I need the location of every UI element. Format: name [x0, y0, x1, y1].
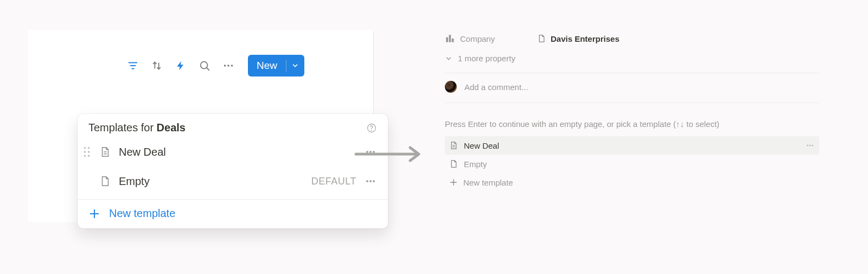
more-icon[interactable]	[221, 58, 236, 73]
template-option-label: Empty	[464, 160, 815, 169]
template-option-empty[interactable]: Empty	[445, 155, 819, 173]
svg-point-10	[84, 147, 86, 149]
svg-rect-27	[446, 37, 448, 42]
popover-title-prefix: Templates for	[88, 122, 157, 133]
empty-page-hint: Press Enter to continue with an empty pa…	[445, 119, 819, 129]
templates-panel: New Templates for Deals New Deal	[28, 30, 374, 222]
row-more-icon[interactable]	[805, 141, 815, 150]
more-properties-label: 1 more property	[458, 54, 515, 63]
filter-icon[interactable]	[125, 58, 141, 73]
template-picker: New Deal Empty New template	[445, 136, 819, 192]
chevron-down-icon	[445, 55, 452, 62]
help-icon[interactable]	[366, 123, 377, 133]
page-panel: Company Davis Enterprises 1 more propert…	[445, 30, 819, 192]
template-name: New Deal	[119, 146, 364, 158]
svg-point-13	[88, 151, 90, 153]
svg-point-7	[231, 65, 233, 67]
property-value[interactable]: Davis Enterprises	[537, 34, 620, 43]
svg-rect-29	[452, 39, 454, 42]
svg-point-33	[809, 145, 811, 146]
templates-popover: Templates for Deals New Deal Empty	[78, 114, 388, 228]
svg-point-9	[371, 130, 372, 131]
comment-placeholder: Add a comment...	[464, 82, 528, 92]
svg-point-12	[84, 151, 86, 153]
plus-icon	[449, 178, 458, 187]
view-toolbar: New	[125, 55, 304, 77]
property-key: Company	[445, 34, 537, 43]
new-template-label: New template	[463, 178, 815, 187]
new-button-label: New	[257, 60, 277, 72]
property-row-company[interactable]: Company Davis Enterprises	[445, 30, 819, 47]
popover-title-dbname: Deals	[157, 122, 186, 133]
svg-point-22	[369, 180, 372, 182]
search-icon[interactable]	[197, 58, 212, 73]
new-button-dropdown[interactable]	[286, 55, 304, 77]
page-icon	[449, 141, 458, 150]
more-properties-toggle[interactable]: 1 more property	[445, 54, 819, 63]
svg-point-6	[227, 65, 229, 67]
svg-point-11	[88, 147, 90, 149]
template-row-empty[interactable]: Empty DEFAULT	[78, 167, 388, 196]
property-key-label: Company	[460, 34, 495, 43]
drag-handle-icon[interactable]	[82, 146, 92, 157]
property-value-text: Davis Enterprises	[551, 34, 620, 43]
company-icon	[445, 34, 455, 43]
svg-point-14	[84, 155, 86, 157]
row-more-icon[interactable]	[364, 175, 377, 188]
popover-title: Templates for Deals	[88, 122, 186, 134]
template-row-new-deal[interactable]: New Deal	[78, 137, 388, 167]
template-option-label: New Deal	[464, 141, 805, 150]
template-name: Empty	[119, 175, 311, 188]
avatar	[445, 81, 457, 93]
new-template-button[interactable]: New template	[78, 200, 388, 228]
svg-point-32	[807, 145, 808, 146]
template-option-new-deal[interactable]: New Deal	[445, 136, 819, 155]
new-template-option[interactable]: New template	[445, 173, 819, 192]
default-tag: DEFAULT	[311, 176, 356, 187]
page-icon	[99, 145, 111, 158]
new-template-label: New template	[109, 207, 175, 220]
sort-icon[interactable]	[149, 58, 164, 73]
svg-rect-28	[449, 35, 451, 42]
comment-row[interactable]: Add a comment...	[445, 81, 819, 93]
svg-point-5	[224, 65, 226, 67]
svg-point-23	[373, 180, 375, 182]
flow-arrow-icon	[354, 145, 424, 163]
svg-point-21	[366, 180, 368, 182]
page-icon	[537, 34, 546, 43]
plus-icon	[88, 208, 100, 220]
bolt-icon[interactable]	[173, 58, 188, 73]
page-icon	[99, 175, 111, 188]
new-button[interactable]: New	[248, 55, 286, 77]
separator	[445, 73, 819, 73]
new-button-group: New	[248, 55, 304, 77]
svg-point-15	[88, 155, 90, 157]
page-icon	[449, 159, 458, 169]
popover-header: Templates for Deals	[78, 114, 388, 137]
separator	[445, 103, 819, 103]
svg-point-34	[812, 145, 813, 146]
svg-line-4	[207, 68, 209, 71]
